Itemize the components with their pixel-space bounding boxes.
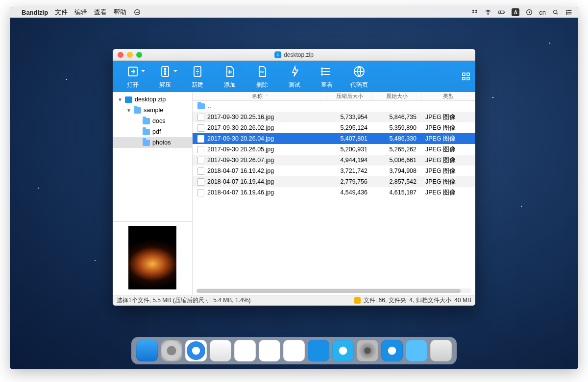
app-name[interactable]: Bandizip — [22, 9, 48, 16]
original-size: 4,615,187 — [372, 189, 421, 196]
svg-point-18 — [321, 68, 323, 69]
extract-button[interactable]: 解压 — [150, 64, 180, 89]
table-row[interactable]: 2017-09-30 20.26.05.jpg5,200,9315,265,26… — [193, 144, 475, 155]
spotlight-icon[interactable] — [552, 8, 560, 16]
test-button[interactable]: 测试 — [279, 64, 310, 89]
close-button[interactable] — [118, 52, 123, 58]
column-headers: 名称˄ 压缩后大小 原始大小 类型 — [193, 92, 475, 101]
svg-point-9 — [566, 10, 567, 11]
clock-icon[interactable] — [525, 8, 533, 16]
status-right: 文件: 66, 文件夹: 4, 归档文件大小: 40 MB — [364, 296, 471, 305]
titlebar[interactable]: ⇩ desktop.zip — [113, 49, 475, 61]
file-type: JPEG 图像 — [421, 156, 475, 165]
codepage-label: 代码页 — [350, 81, 368, 89]
tree-photos[interactable]: photos — [113, 137, 192, 148]
grid-view-icon[interactable] — [462, 72, 470, 81]
tree-root[interactable]: ▼desktop.zip — [113, 94, 192, 105]
table-row[interactable]: 2018-04-07 16.19.42.jpg3,721,7423,794,90… — [193, 166, 475, 176]
dock-mail[interactable] — [210, 340, 231, 361]
compressed-size: 2,779,756 — [327, 178, 372, 185]
file-name: 2018-04-07 16.19.42.jpg — [207, 167, 274, 174]
file-type: JPEG 图像 — [421, 135, 475, 143]
tree-sample[interactable]: ▼sample — [113, 105, 192, 116]
dock-preferences[interactable] — [357, 340, 378, 361]
minimize-button[interactable] — [127, 52, 133, 58]
chat-icon[interactable] — [133, 8, 141, 16]
svg-point-8 — [554, 10, 557, 14]
new-button[interactable]: 新建 — [182, 64, 213, 89]
table-row[interactable]: 2018-04-07 16.19.44.jpg2,779,7562,857,54… — [193, 176, 475, 187]
compressed-size: 5,407,801 — [327, 135, 372, 142]
delete-label: 删除 — [256, 81, 268, 89]
dock-launchpad[interactable] — [161, 340, 182, 361]
dock-keynote[interactable] — [308, 340, 329, 361]
add-button[interactable]: 添加 — [215, 64, 245, 89]
file-tree: ▼desktop.zip ▼sample docs pdf photos — [113, 92, 192, 221]
dock-bandizip[interactable] — [381, 340, 403, 361]
col-type[interactable]: 类型 — [421, 92, 475, 100]
tree-docs[interactable]: docs — [113, 116, 192, 126]
battery-icon[interactable] — [498, 8, 506, 16]
new-icon — [190, 64, 205, 79]
zoom-button[interactable] — [136, 52, 142, 58]
folder-icon — [134, 107, 141, 114]
col-original[interactable]: 原始大小 — [372, 92, 421, 100]
dock-reminders[interactable] — [234, 340, 256, 361]
menu-help[interactable]: 帮助 — [114, 8, 126, 17]
view-button[interactable]: 查看 — [312, 64, 342, 89]
row-updir[interactable]: .. — [193, 101, 475, 112]
menu-edit[interactable]: 编辑 — [74, 8, 87, 17]
preview-pane — [113, 221, 192, 295]
dock-numbers[interactable] — [283, 340, 305, 361]
svg-point-19 — [321, 71, 323, 72]
dropbox-icon[interactable] — [470, 8, 478, 16]
menu-file[interactable]: 文件 — [55, 8, 68, 17]
dock-trash[interactable] — [430, 340, 452, 361]
table-row[interactable]: 2017-09-30 20.26.04.jpg5,407,8015,486,33… — [193, 133, 475, 144]
wifi-icon[interactable] — [484, 8, 492, 16]
menu-view[interactable]: 查看 — [94, 8, 107, 17]
dock-downloads[interactable] — [406, 340, 427, 361]
svg-rect-25 — [467, 77, 469, 80]
dock-safari[interactable] — [185, 340, 207, 361]
dock-appstore[interactable] — [332, 340, 354, 361]
menubar: Bandizip 文件 编辑 查看 帮助 A cn — [10, 7, 578, 18]
view-icon — [319, 64, 334, 79]
bandizip-window: ⇩ desktop.zip 打开 解压 新建 添加 — [113, 49, 475, 306]
table-row[interactable]: 2017-09-30 20.26.07.jpg4,944,1945,006,66… — [193, 155, 475, 166]
tree-pdf[interactable]: pdf — [113, 126, 192, 137]
scrollbar-thumb[interactable] — [196, 289, 461, 293]
dock-finder[interactable] — [136, 340, 158, 361]
col-compressed[interactable]: 压缩后大小 — [327, 92, 372, 100]
tree-label: desktop.zip — [135, 96, 166, 103]
input-lang[interactable]: cn — [539, 9, 546, 16]
toolbar: 打开 解压 新建 添加 删除 测试 — [113, 61, 475, 92]
open-button[interactable]: 打开 — [118, 64, 148, 89]
svg-point-20 — [321, 73, 323, 75]
add-icon — [222, 64, 237, 79]
svg-point-3 — [138, 12, 139, 13]
status-left: 选择1个文件, 5.5 MB (压缩后的尺寸: 5.4 MB, 1.4%) — [117, 296, 250, 305]
codepage-button[interactable]: 代码页 — [344, 64, 374, 89]
file-icon — [197, 124, 204, 132]
tree-label: sample — [144, 107, 163, 114]
svg-point-15 — [165, 71, 166, 72]
file-name: 2017-09-30 20.26.02.jpg — [207, 124, 274, 131]
original-size: 5,265,262 — [372, 146, 421, 153]
original-size: 5,846,735 — [372, 114, 421, 120]
dock-photos[interactable] — [259, 340, 280, 361]
input-badge[interactable]: A — [512, 8, 519, 16]
file-name: 2018-04-07 16.19.46.jpg — [207, 189, 274, 196]
tree-label: docs — [152, 118, 165, 124]
table-row[interactable]: 2017-09-30 20.25.16.jpg5,733,9545,846,73… — [193, 112, 475, 122]
folder-icon — [197, 103, 205, 109]
col-name[interactable]: 名称˄ — [193, 92, 327, 100]
horizontal-scrollbar[interactable] — [196, 288, 471, 293]
file-list-pane: 名称˄ 压缩后大小 原始大小 类型 ..2017-09-30 20.25.16.… — [193, 92, 475, 295]
delete-button[interactable]: 删除 — [247, 64, 277, 89]
menu-list-icon[interactable] — [565, 8, 573, 16]
table-row[interactable]: 2018-04-07 16.19.46.jpg4,549,4364,615,18… — [193, 187, 475, 198]
svg-point-4 — [488, 14, 489, 15]
table-row[interactable]: 2017-09-30 20.26.02.jpg5,295,1245,359,89… — [193, 122, 475, 133]
file-icon — [197, 157, 204, 164]
